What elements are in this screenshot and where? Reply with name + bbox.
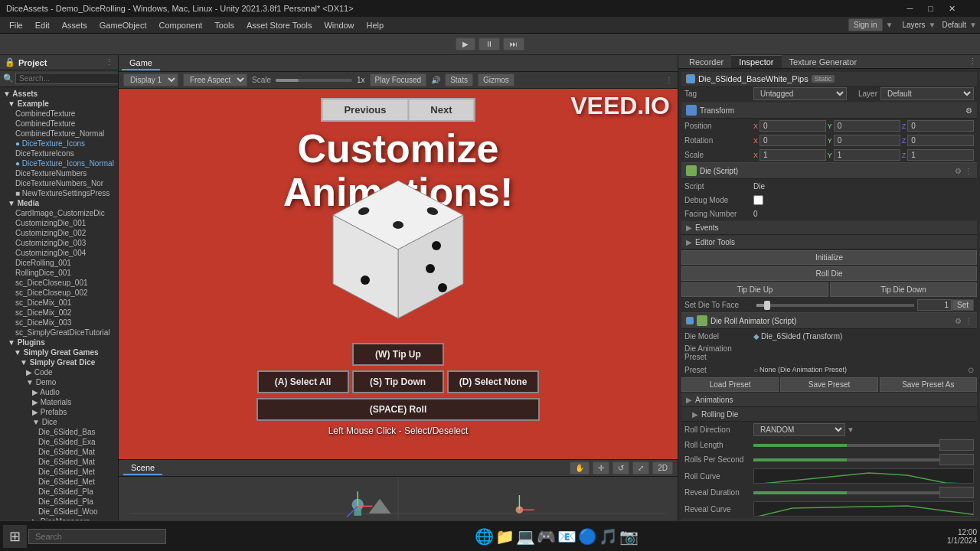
inspector-menu-icon[interactable]: ⋮ (969, 57, 977, 67)
object-active-checkbox[interactable] (686, 74, 695, 83)
tree-item[interactable]: CombinedTexture (0, 119, 118, 129)
position-y[interactable] (834, 120, 900, 132)
search-input[interactable] (15, 73, 119, 84)
roll-button[interactable]: (SPACE) Roll (256, 398, 540, 421)
tree-item[interactable]: ▶ Audio (0, 387, 118, 397)
game-view-menu[interactable]: ⋮ (665, 76, 673, 84)
tag-dropdown[interactable]: Untagged (753, 87, 847, 100)
next-button[interactable]: Next (408, 98, 475, 122)
plugins-folder[interactable]: ▼ Plugins (0, 337, 118, 347)
die-script-menu-icon[interactable]: ⋮ (965, 167, 972, 175)
tree-item[interactable]: Die_6Sided_Exa (0, 437, 118, 447)
taskbar-app-4[interactable]: 🎮 (537, 527, 556, 546)
set-face-btn[interactable]: Set (952, 299, 974, 311)
roll-curve-bar[interactable] (753, 468, 974, 484)
scene-move-tool[interactable]: ✛ (593, 461, 609, 474)
debug-mode-checkbox[interactable] (753, 195, 763, 205)
rolling-die-section[interactable]: ▶ Rolling Die (681, 407, 977, 422)
tree-item[interactable]: CustomizingDie_002 (0, 228, 118, 238)
save-preset-btn[interactable]: Save Preset (780, 377, 877, 392)
previous-button[interactable]: Previous (321, 98, 408, 122)
animator-menu-icon[interactable]: ⋮ (965, 317, 972, 325)
tree-item[interactable]: CustomizingDie_003 (0, 238, 118, 248)
menu-tools[interactable]: Tools (208, 19, 240, 31)
tree-item[interactable]: sc_DiceMix_002 (0, 308, 118, 318)
select-none-button[interactable]: (D) Select None (447, 370, 540, 393)
tree-item[interactable]: CustomizingDie_001 (0, 218, 118, 228)
scale-y[interactable] (834, 149, 900, 161)
tree-item[interactable]: CombinedTexture (0, 109, 118, 119)
play-button[interactable]: ▶ (456, 37, 475, 51)
menu-window[interactable]: Window (318, 19, 360, 31)
scene-scale-tool[interactable]: ⤢ (632, 461, 649, 474)
tree-item[interactable]: ● DiceTexture_Icons (0, 139, 118, 148)
tree-item[interactable]: ● DiceTexture_Icons_Normal (0, 158, 118, 168)
tree-item[interactable]: CustomizingDie_004 (0, 248, 118, 258)
tab-game[interactable]: Game (122, 57, 160, 70)
rotation-x[interactable] (760, 135, 826, 146)
maximize-btn[interactable]: □ (928, 4, 933, 14)
pause-button[interactable]: ⏸ (479, 37, 500, 51)
rolls-per-second-slider[interactable] (753, 458, 939, 461)
position-z[interactable] (907, 120, 974, 132)
roll-direction-arrow[interactable]: ▼ (847, 425, 854, 434)
tree-item[interactable]: DiceRolling_001 (0, 258, 118, 268)
tree-item[interactable]: Die_6Sided_Met (0, 467, 118, 477)
taskbar-app-5[interactable]: 📧 (557, 527, 577, 546)
tree-item[interactable]: Die_6Sided_Met (0, 477, 118, 487)
face-value-input[interactable] (917, 299, 952, 311)
tree-item[interactable]: Die_6Sided_Pla (0, 487, 118, 497)
roll-die-btn[interactable]: Roll Die (681, 266, 977, 281)
scene-2d-toggle[interactable]: 2D (652, 461, 673, 474)
menu-gameobject[interactable]: GameObject (93, 19, 153, 31)
menu-edit[interactable]: Edit (29, 19, 56, 31)
menu-file[interactable]: File (3, 19, 29, 31)
transform-settings-icon[interactable]: ⚙ (965, 106, 972, 115)
display-dropdown[interactable]: Display 1 (123, 73, 178, 86)
scene-hand-tool[interactable]: ✋ (570, 461, 590, 474)
menu-assets[interactable]: Assets (56, 19, 93, 31)
taskbar-search[interactable] (28, 529, 166, 544)
reveal-duration-slider[interactable] (753, 491, 939, 494)
tree-item[interactable]: ▼ Dice (0, 417, 118, 427)
tab-recorder[interactable]: Recorder (681, 56, 731, 68)
step-button[interactable]: ⏭ (503, 37, 524, 51)
tree-item[interactable]: sc_SimplyGreatDiceTutorial (0, 328, 118, 337)
rolls-per-second-value[interactable]: Rolls Per Second (939, 454, 974, 465)
animations-section[interactable]: ▶ Animations (681, 393, 977, 407)
simply-great-games-folder[interactable]: ▼ Simply Great Games (0, 347, 118, 357)
reveal-duration-value[interactable]: 0.5 (939, 487, 974, 498)
tree-item[interactable]: Die_6Sided_Bas (0, 427, 118, 437)
load-preset-btn[interactable]: Load Preset (681, 377, 779, 392)
close-btn[interactable]: ✕ (949, 4, 956, 14)
menu-component[interactable]: Component (152, 19, 208, 31)
tree-item[interactable]: ■ NewTextureSettingsPress (0, 188, 118, 198)
stats-btn[interactable]: Stats (445, 73, 473, 86)
editor-tools-section[interactable]: ▶ Editor Tools (681, 235, 977, 249)
scene-rotate-tool[interactable]: ↺ (612, 461, 629, 474)
tree-item[interactable]: Die_6Sided_Woo (0, 507, 118, 517)
roll-direction-dropdown[interactable]: RANDOM (753, 423, 845, 436)
aspect-dropdown[interactable]: Free Aspect (183, 73, 247, 86)
tree-item[interactable]: RollingDice_001 (0, 268, 118, 278)
scale-x[interactable] (760, 149, 826, 161)
position-x[interactable] (760, 120, 826, 132)
taskbar-app-1[interactable]: 🌐 (475, 527, 494, 546)
events-section[interactable]: ▶ Events (681, 220, 977, 235)
taskbar-app-6[interactable]: 🔵 (578, 527, 597, 546)
taskbar-app-2[interactable]: 📁 (495, 527, 514, 546)
tree-item[interactable]: DiceTextureNumbers_Nor (0, 178, 118, 188)
rotation-z[interactable] (907, 135, 974, 146)
tree-item[interactable]: sc_DiceMix_003 (0, 318, 118, 328)
tree-item[interactable]: ▼ Demo (0, 377, 118, 387)
tree-item[interactable]: Die_6Sided_Pla (0, 497, 118, 507)
tree-item[interactable]: sc_DiceMix_001 (0, 298, 118, 308)
simply-great-dice-folder[interactable]: ▼ Simply Great Dice (0, 357, 118, 367)
play-focused-btn[interactable]: Play Focused (370, 73, 427, 86)
minimize-btn[interactable]: ─ (907, 4, 913, 14)
project-menu-icon[interactable]: ⋮ (105, 57, 113, 67)
example-folder[interactable]: ▼ Example (0, 99, 118, 109)
scale-z[interactable] (907, 149, 974, 161)
tip-die-down-btn[interactable]: Tip Die Down (830, 282, 977, 297)
transform-section[interactable]: Transform ⚙ (681, 102, 977, 119)
